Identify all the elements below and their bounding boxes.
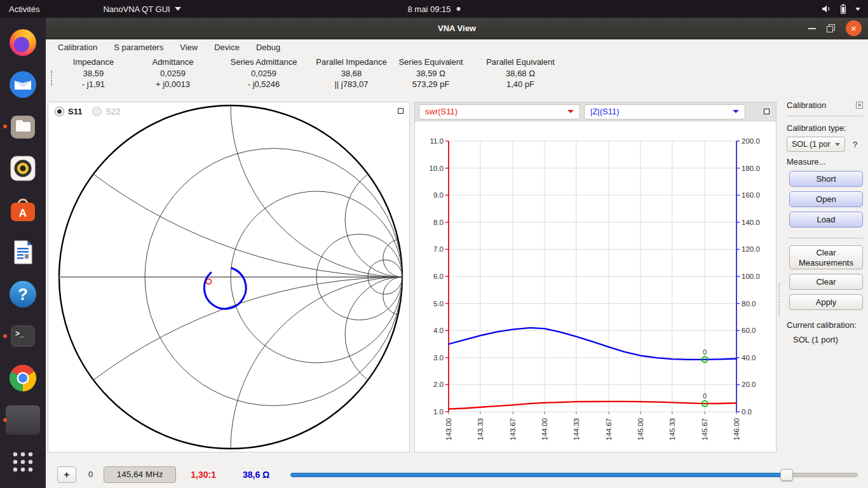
smith-trace <box>204 268 246 309</box>
add-marker-button[interactable]: + <box>57 466 76 483</box>
radio-s22[interactable]: S22 <box>92 107 120 116</box>
dock-item-thunderbird[interactable] <box>0 64 46 105</box>
menu-device[interactable]: Device <box>206 39 248 55</box>
load-button[interactable]: Load <box>789 212 863 227</box>
left-tick-label: 2.0 <box>433 381 444 388</box>
measure-value: - j1,91 <box>55 79 132 90</box>
left-tick-label: 7.0 <box>433 245 444 253</box>
open-button[interactable]: Open <box>789 191 863 207</box>
app-menu-button[interactable]: NanoVNA QT GUI <box>103 4 180 14</box>
marker-status-bar: + 0 145,64 MHz 1,30:1 38,6 Ω <box>46 461 868 488</box>
menu-s-parameters[interactable]: S parameters <box>105 39 172 55</box>
measure-admittance: Admittance 0,0259 + j0,0013 <box>132 57 214 93</box>
terminal-icon: >_ <box>8 322 37 351</box>
detach-panel-icon[interactable] <box>398 108 403 114</box>
measure-label: Admittance <box>132 57 214 67</box>
plot-grid: 1.02.03.04.05.06.07.08.09.010.011.00.020… <box>430 137 760 440</box>
left-tick-label: 11.0 <box>430 137 444 145</box>
drag-handle[interactable] <box>778 283 780 315</box>
marker-swr-value: 1,30:1 <box>191 470 216 480</box>
trace2-select[interactable]: |Z|(S11) <box>584 104 745 119</box>
x-tick-label: 143.33 <box>477 418 484 440</box>
firefox-icon <box>8 28 37 57</box>
dock-item-show-applications[interactable] <box>0 441 46 483</box>
dock-item-libreoffice-writer[interactable] <box>0 231 46 273</box>
clear-measurements-button[interactable]: Clear Measurements <box>789 245 863 269</box>
slider-handle[interactable] <box>780 469 793 481</box>
speaker-icon <box>821 4 831 14</box>
restore-button[interactable] <box>827 24 835 32</box>
left-tick-label: 8.0 <box>433 219 444 226</box>
system-status-area[interactable] <box>821 4 860 15</box>
right-tick-label: 20.0 <box>742 381 756 388</box>
chrome-icon <box>8 363 37 393</box>
measure-series-admittance: Series Admittance 0,0259 - j0,5246 <box>214 57 314 93</box>
libreoffice-writer-icon <box>8 238 37 267</box>
measure-label: Parallel Equivalent <box>473 57 568 67</box>
clock-menu[interactable]: 8 mai 09:15 <box>408 0 461 18</box>
dock-item-files[interactable] <box>0 105 46 147</box>
divider <box>787 116 863 116</box>
marker-position-slider[interactable] <box>290 468 858 481</box>
help-link[interactable]: ? <box>853 140 857 149</box>
x-tick-label: 143.67 <box>509 418 517 440</box>
right-tick-label: 100.0 <box>742 273 760 280</box>
battery-icon <box>839 4 847 15</box>
sidebar-title: Calibration <box>787 100 826 110</box>
smith-chart <box>48 102 409 452</box>
dock-item-chrome[interactable] <box>0 357 46 399</box>
minimize-button[interactable] <box>808 28 816 29</box>
radio-button-icon <box>55 107 64 116</box>
calibration-type-value: SOL (1 por <box>792 140 831 149</box>
menu-view[interactable]: View <box>172 39 206 55</box>
dock-item-rhythmbox[interactable] <box>0 147 46 189</box>
short-button[interactable]: Short <box>789 171 863 187</box>
menu-bar: Calibration S parameters View Device Deb… <box>46 39 868 55</box>
drag-handle[interactable] <box>51 71 52 86</box>
activities-button[interactable]: Activités <box>9 4 39 14</box>
window-title: VNA View <box>46 24 868 33</box>
dock-item-ubuntu-software[interactable]: A <box>0 189 46 231</box>
measure-label: Parallel Impedance <box>314 57 389 67</box>
running-indicator <box>3 334 7 338</box>
measure-parallel-impedance: Parallel Impedance 38,68 || j783,07 <box>314 57 389 93</box>
menu-debug[interactable]: Debug <box>248 39 288 55</box>
svg-text:?: ? <box>18 285 28 304</box>
system-top-bar: Activités NanoVNA QT GUI 8 mai 09:15 <box>0 0 868 18</box>
detach-panel-icon[interactable] <box>764 109 770 114</box>
x-tick-label: 146.00 <box>733 418 740 440</box>
calibration-type-select[interactable]: SOL (1 por <box>787 137 845 152</box>
dock-item-window-preview[interactable] <box>0 399 46 441</box>
x-tick-label: 145.00 <box>637 418 644 440</box>
apply-button[interactable]: Apply <box>789 294 863 310</box>
measure-value: 38,68 Ω <box>473 68 568 79</box>
dock-item-help[interactable]: ? <box>0 273 46 315</box>
radio-label: S11 <box>68 107 82 116</box>
right-tick-label: 0.0 <box>742 408 752 416</box>
smith-marker[interactable] <box>206 279 211 284</box>
ubuntu-software-icon: A <box>8 196 37 225</box>
menu-calibration[interactable]: Calibration <box>50 39 105 55</box>
app-menu-label: NanoVNA QT GUI <box>103 4 170 14</box>
trace1-select[interactable]: swr(S11) <box>419 104 580 119</box>
clear-button[interactable]: Clear <box>789 274 863 290</box>
measure-value: || j783,07 <box>314 79 389 90</box>
right-tick-label: 200.0 <box>742 137 760 145</box>
dock-item-terminal[interactable]: >_ <box>0 315 46 357</box>
marker-index: 0 <box>88 470 93 479</box>
clock-label: 8 mai 09:15 <box>408 4 451 14</box>
close-panel-icon[interactable]: ✕ <box>856 102 863 109</box>
graph-header: swr(S11) |Z|(S11) <box>415 102 776 121</box>
radio-s11[interactable]: S11 <box>55 107 82 116</box>
right-tick-label: 80.0 <box>742 300 756 308</box>
trace1-value: swr(S11) <box>425 107 458 116</box>
chevron-down-icon <box>175 7 181 11</box>
close-button[interactable]: × <box>846 20 862 36</box>
rhythmbox-icon <box>8 154 37 183</box>
window-titlebar[interactable]: VNA View × <box>46 18 868 39</box>
left-tick-label: 6.0 <box>433 273 444 280</box>
dock-item-firefox[interactable] <box>0 22 46 64</box>
trace2-value: |Z|(S11) <box>590 107 620 116</box>
marker-frequency-button[interactable]: 145,64 MHz <box>104 466 176 483</box>
help-icon: ? <box>8 280 37 309</box>
